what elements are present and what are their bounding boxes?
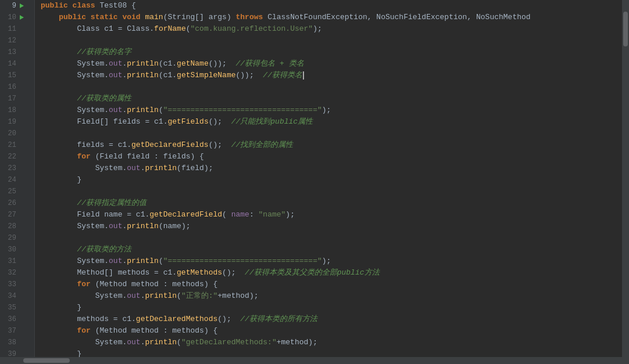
line-num-24: 24 xyxy=(0,174,20,186)
gutter-row-18: 18 xyxy=(0,104,34,116)
concat34: +method); xyxy=(217,290,258,302)
type-method33: Method xyxy=(99,279,127,290)
line-num-12: 12 xyxy=(0,35,20,46)
dot18: . xyxy=(104,104,109,116)
line-num-25: 25 xyxy=(0,186,20,197)
code-line-20 xyxy=(41,128,622,139)
gutter-row-16: 16 xyxy=(0,81,34,93)
code-editor: 9 10 11 12 xyxy=(0,0,629,364)
line-num-21: 21 xyxy=(0,139,20,151)
dot38b: . xyxy=(141,337,145,348)
str-name27: "name" xyxy=(259,209,286,221)
type-field22: Field xyxy=(99,151,122,163)
line-num-36: 36 xyxy=(0,313,20,325)
indent19 xyxy=(41,279,77,290)
out-38: out xyxy=(127,337,140,348)
paren18: ( xyxy=(159,104,163,116)
horizontal-scrollbar[interactable] xyxy=(0,357,629,364)
code-line-28: System.out.println(name); xyxy=(41,221,622,232)
type-class: Class xyxy=(77,23,99,35)
line-num-10: 10 xyxy=(0,12,20,23)
blank-12 xyxy=(41,35,45,46)
comment-public-fields: //只能找到public属性 xyxy=(231,116,313,128)
comment-getname: //获得类的名字 xyxy=(77,46,131,58)
line-num-20: 20 xyxy=(0,128,20,139)
keyword-class: class xyxy=(73,0,100,12)
method-println28: println xyxy=(127,221,159,232)
dot15b: . xyxy=(122,70,127,81)
code-line-10: public static void main(String[] args) t… xyxy=(41,12,622,23)
line-num-33: 33 xyxy=(0,279,20,290)
out-31: out xyxy=(109,255,122,267)
indent12 xyxy=(41,174,77,186)
comment-specfield: //获得指定属性的值 xyxy=(77,197,146,209)
out-14: out xyxy=(109,58,122,70)
kw-void: void xyxy=(122,12,145,23)
code-line-18: System.out.println("====================… xyxy=(41,104,622,116)
breakpoint-10[interactable] xyxy=(20,13,28,22)
type-system38: System xyxy=(95,337,123,348)
paren27a: ( xyxy=(222,209,231,221)
gutter-row-26: 26 xyxy=(0,197,34,209)
paren15: (c1. xyxy=(159,70,177,81)
h-scrollbar-thumb[interactable] xyxy=(23,358,70,363)
comment-pkg: //获得包名 + 类名 xyxy=(236,58,304,70)
breakpoint-9[interactable] xyxy=(20,2,28,10)
method-println14: println xyxy=(127,58,159,70)
line-num-39: 39 xyxy=(0,348,20,357)
code-line-29 xyxy=(41,232,622,244)
fields-arr19: [] fields = c1. xyxy=(99,116,167,128)
type-system15: System xyxy=(77,70,104,81)
paren15b: ()); xyxy=(236,70,263,81)
indent5 xyxy=(41,70,77,81)
code-line-23: System.out.println(field); xyxy=(41,163,622,174)
gutter-row-29: 29 xyxy=(0,232,34,244)
method-getmethods: getMethods xyxy=(177,267,222,279)
code-content[interactable]: public class Test08 { public static void… xyxy=(35,0,622,357)
indent3 xyxy=(41,46,77,58)
indent24 xyxy=(41,337,95,348)
method-getfields: getFields xyxy=(167,116,208,128)
gutter-row-24: 24 xyxy=(0,174,34,186)
type-system31: System xyxy=(77,255,104,267)
code-line-24: } xyxy=(41,174,622,186)
blank-25 xyxy=(41,186,45,197)
indent8 xyxy=(41,116,77,128)
line-num-32: 32 xyxy=(0,267,20,279)
vertical-scrollbar[interactable] xyxy=(622,0,629,357)
method-getdeclaredmethods: getDeclaredMethods xyxy=(136,313,217,325)
gutter-row-20: 20 xyxy=(0,128,34,139)
out-28: out xyxy=(109,221,122,232)
param-name27: name xyxy=(231,209,249,221)
comment-all-methods: //获得本类的所有方法 xyxy=(240,313,317,325)
code-line-11: Class c1 = Class.forName("com.kuang.refl… xyxy=(41,23,622,35)
indent17 xyxy=(41,255,77,267)
indent9 xyxy=(41,139,77,151)
gutter-row-37: 37 xyxy=(0,325,34,337)
run-icon-9[interactable] xyxy=(20,3,24,8)
run-icon-10[interactable] xyxy=(20,15,24,20)
code-line-34: System.out.println("正常的:"+method); xyxy=(41,290,622,302)
gutter-row-25: 25 xyxy=(0,186,34,197)
code-line-15: System.out.println(c1.getSimpleName()); … xyxy=(41,70,622,81)
dot23: . xyxy=(122,163,127,174)
scrollbar-thumb[interactable] xyxy=(623,12,628,46)
indent7 xyxy=(41,104,77,116)
indent4 xyxy=(41,58,77,70)
code-line-12 xyxy=(41,35,622,46)
code-line-30: //获取类的方法 xyxy=(41,244,622,255)
line-num-30: 30 xyxy=(0,244,20,255)
keyword-public: public xyxy=(41,0,73,12)
paren31b: ); xyxy=(322,255,331,267)
comment-getfields: //获取类的属性 xyxy=(77,93,131,104)
method-forname: forName xyxy=(154,23,186,35)
line-num-35: 35 xyxy=(0,302,20,313)
indent2 xyxy=(41,23,77,35)
c1-var: c1 = xyxy=(99,23,127,35)
for-var22: field : fields) { xyxy=(122,151,203,163)
gutter-row-31: 31 xyxy=(0,255,34,267)
paren23: (field); xyxy=(177,163,213,174)
dot31: . xyxy=(104,255,109,267)
blank-16 xyxy=(41,81,45,93)
code-line-36: methods = c1.getDeclaredMethods(); //获得本… xyxy=(41,313,622,325)
